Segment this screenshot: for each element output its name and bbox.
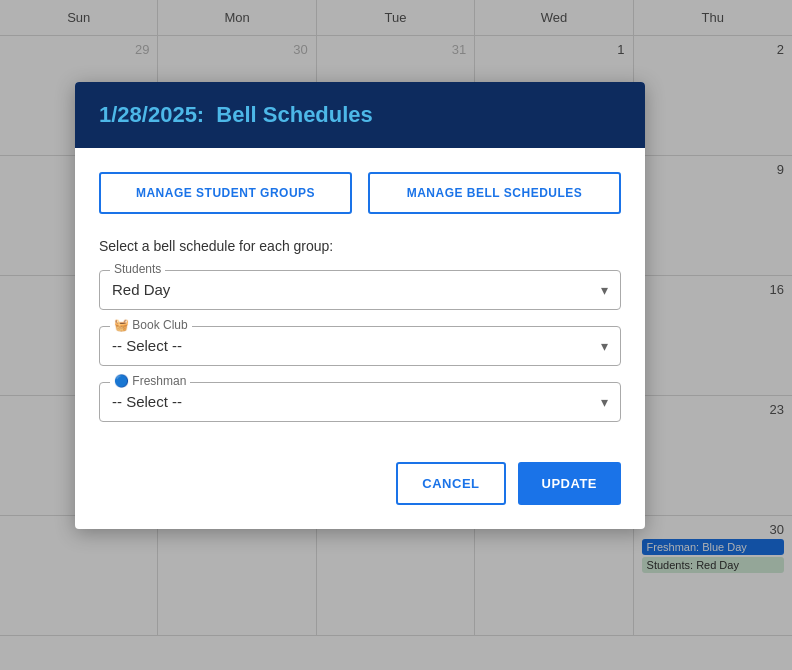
modal-date: 1/28/2025: <box>99 102 204 127</box>
manage-bell-schedules-button[interactable]: MANAGE BELL SCHEDULES <box>368 172 621 214</box>
modal-body: MANAGE STUDENT GROUPS MANAGE BELL SCHEDU… <box>75 148 645 462</box>
modal-title: 1/28/2025: Bell Schedules <box>99 102 621 128</box>
modal-overlay: 1/28/2025: Bell Schedules MANAGE STUDENT… <box>0 0 792 670</box>
modal-dialog: 1/28/2025: Bell Schedules MANAGE STUDENT… <box>75 82 645 529</box>
book-club-label: 🧺 Book Club <box>110 318 192 332</box>
update-button[interactable]: UPDATE <box>518 462 621 505</box>
cancel-button[interactable]: CANCEL <box>396 462 505 505</box>
students-label: Students <box>110 262 165 276</box>
students-dropdown-wrapper: Students Red Day Blue Day No School ▾ <box>99 270 621 310</box>
action-buttons-row: MANAGE STUDENT GROUPS MANAGE BELL SCHEDU… <box>99 172 621 214</box>
freshman-dropdown-group: 🔵 Freshman -- Select -- Red Day Blue Day… <box>99 382 621 422</box>
freshman-dropdown-wrapper: 🔵 Freshman -- Select -- Red Day Blue Day… <box>99 382 621 422</box>
freshman-select[interactable]: -- Select -- Red Day Blue Day No School <box>112 393 608 410</box>
modal-title-highlight: Bell Schedules <box>216 102 373 127</box>
manage-student-groups-button[interactable]: MANAGE STUDENT GROUPS <box>99 172 352 214</box>
freshman-label: 🔵 Freshman <box>110 374 190 388</box>
instruction-text: Select a bell schedule for each group: <box>99 238 621 254</box>
book-club-dropdown-wrapper: 🧺 Book Club -- Select -- Red Day Blue Da… <box>99 326 621 366</box>
book-club-select[interactable]: -- Select -- Red Day Blue Day No School <box>112 337 608 354</box>
modal-header: 1/28/2025: Bell Schedules <box>75 82 645 148</box>
book-club-dropdown-group: 🧺 Book Club -- Select -- Red Day Blue Da… <box>99 326 621 366</box>
students-select[interactable]: Red Day Blue Day No School <box>112 281 608 298</box>
students-dropdown-group: Students Red Day Blue Day No School ▾ <box>99 270 621 310</box>
modal-footer: CANCEL UPDATE <box>75 462 645 529</box>
